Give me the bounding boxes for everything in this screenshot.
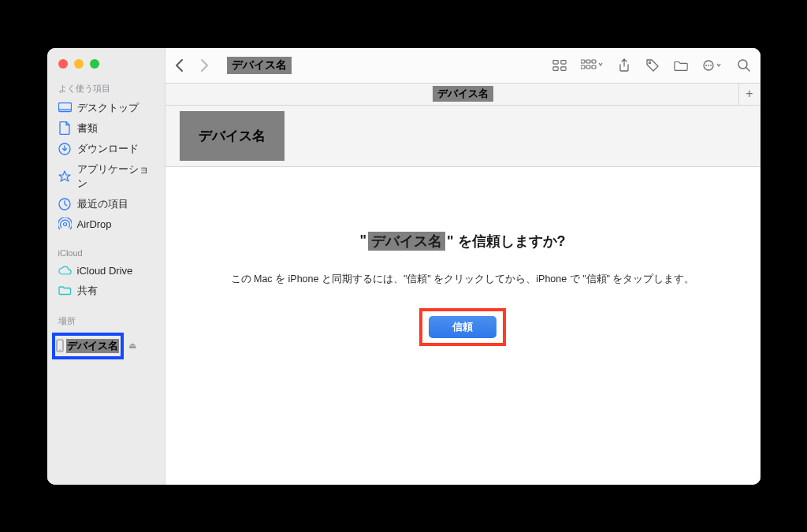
fullscreen-button[interactable]	[90, 59, 99, 69]
content-header: デバイス名	[165, 106, 761, 167]
tab-chip[interactable]: デバイス名	[433, 86, 493, 102]
airdrop-icon	[58, 218, 72, 231]
action-icon[interactable]	[702, 58, 723, 73]
sidebar-item-desktop[interactable]: デスクトップ	[47, 98, 165, 118]
locations-header: 場所	[47, 309, 165, 330]
icloud-header: iCloud	[47, 242, 165, 261]
download-icon	[58, 142, 72, 155]
svg-point-4	[63, 222, 66, 225]
nav-buttons	[175, 58, 216, 73]
svg-rect-14	[581, 65, 585, 69]
svg-rect-11	[581, 60, 585, 63]
main-area: デバイス名	[165, 48, 761, 485]
sidebar: よく使う項目 デスクトップ 書類 ダウンロード アプリケーション	[47, 48, 165, 485]
trust-body: この Mac を iPhone と同期するには、"信頼" をクリックしてから、i…	[231, 273, 695, 286]
trust-device-chip: デバイス名	[368, 232, 445, 251]
group-icon[interactable]	[581, 58, 603, 73]
sidebar-item-shared[interactable]: 共有	[47, 281, 165, 301]
sidebar-item-recents[interactable]: 最近の項目	[47, 194, 165, 214]
svg-point-22	[738, 60, 747, 69]
svg-line-23	[746, 68, 749, 71]
toolbar-title-chip: デバイス名	[227, 57, 292, 74]
quote-open: "	[359, 233, 366, 249]
svg-rect-13	[592, 60, 596, 63]
sidebar-item-label: iCloud Drive	[77, 265, 133, 277]
svg-rect-7	[552, 60, 557, 64]
view-icon[interactable]	[552, 58, 567, 73]
sidebar-item-label: デスクトップ	[77, 101, 139, 115]
trust-button[interactable]: 信頼	[429, 316, 496, 338]
sidebar-item-label: AirDrop	[77, 218, 112, 230]
tag-icon[interactable]	[645, 58, 660, 73]
app-icon	[58, 169, 72, 183]
svg-point-17	[649, 61, 650, 63]
close-button[interactable]	[58, 59, 68, 69]
sidebar-item-label: ダウンロード	[77, 142, 139, 156]
window-controls	[47, 48, 165, 76]
sidebar-item-documents[interactable]: 書類	[47, 118, 165, 139]
svg-rect-8	[560, 60, 565, 64]
svg-rect-10	[560, 66, 565, 70]
new-tab-button[interactable]: +	[738, 83, 761, 105]
sidebar-item-label: 共有	[77, 284, 98, 298]
header-device-chip: デバイス名	[180, 111, 284, 161]
back-button[interactable]	[175, 58, 191, 73]
svg-point-21	[710, 65, 712, 66]
clock-icon	[58, 197, 72, 210]
minimize-button[interactable]	[74, 59, 84, 69]
sidebar-item-label: アプリケーション	[77, 162, 157, 191]
sidebar-item-icloud-drive[interactable]: iCloud Drive	[47, 261, 165, 281]
toolbar-icons	[552, 58, 751, 73]
trust-panel: " デバイス名 " を信頼しますか? この Mac を iPhone と同期する…	[165, 167, 761, 485]
phone-icon	[55, 339, 65, 352]
desktop-icon	[58, 101, 72, 114]
trust-heading-rest: " を信頼しますか?	[447, 232, 566, 251]
new-folder-icon[interactable]	[674, 58, 688, 73]
svg-rect-15	[586, 65, 590, 69]
sidebar-item-airdrop[interactable]: AirDrop	[47, 214, 165, 234]
search-icon[interactable]	[737, 58, 751, 73]
sidebar-item-downloads[interactable]: ダウンロード	[47, 139, 165, 159]
svg-rect-0	[58, 102, 71, 111]
share-icon[interactable]	[617, 58, 631, 73]
favorites-header: よく使う項目	[47, 76, 165, 98]
doc-icon	[58, 121, 72, 135]
toolbar: デバイス名	[165, 48, 761, 84]
svg-point-20	[708, 65, 709, 66]
trust-button-highlight: 信頼	[419, 308, 506, 346]
sidebar-item-label: 最近の項目	[77, 197, 128, 211]
sidebar-item-device[interactable]: デバイス名 ⏏	[47, 330, 165, 362]
device-highlight-box: デバイス名	[52, 333, 124, 359]
sidebar-item-applications[interactable]: アプリケーション	[47, 159, 165, 194]
trust-heading: " デバイス名 " を信頼しますか?	[359, 232, 565, 251]
finder-window: よく使う項目 デスクトップ 書類 ダウンロード アプリケーション	[47, 48, 761, 485]
svg-rect-16	[592, 65, 596, 69]
svg-rect-12	[586, 60, 590, 63]
svg-point-6	[59, 349, 61, 351]
sidebar-item-label: 書類	[77, 121, 98, 136]
tab-bar: デバイス名 +	[165, 84, 761, 106]
cloud-icon	[58, 264, 72, 277]
eject-icon[interactable]: ⏏	[128, 340, 136, 351]
svg-point-19	[705, 65, 707, 66]
device-chip: デバイス名	[66, 339, 119, 353]
svg-rect-9	[552, 66, 557, 70]
forward-button[interactable]	[200, 58, 216, 73]
folder-icon	[58, 284, 72, 297]
